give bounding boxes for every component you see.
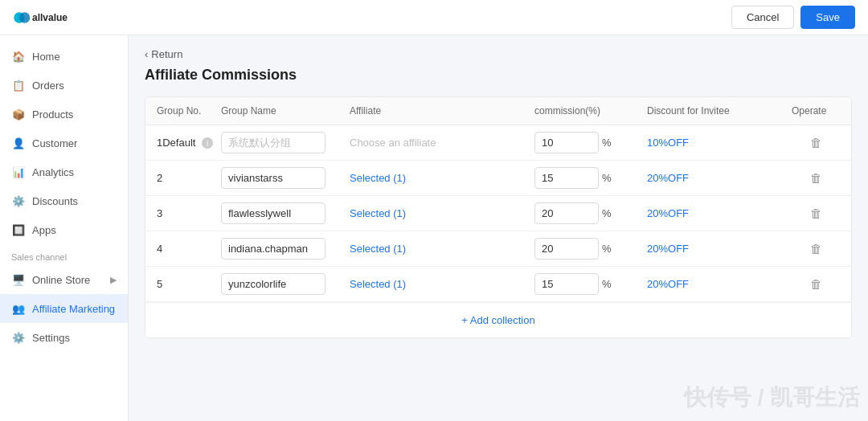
products-icon: 📦 xyxy=(11,107,26,121)
delete-button-2[interactable]: 🗑 xyxy=(792,171,840,185)
group-no-5: 5 xyxy=(157,278,221,290)
commission-cell-2: % xyxy=(534,167,647,189)
group-name-cell-4 xyxy=(221,238,350,260)
col-discount: Discount for Invitee xyxy=(647,105,792,116)
sidebar-item-affiliate-label: Affiliate Marketing xyxy=(32,303,115,315)
info-icon-1[interactable]: i xyxy=(202,137,213,149)
group-name-input-4[interactable] xyxy=(221,238,326,260)
layout: 🏠 Home 📋 Orders 📦 Products 👤 Customer 📊 … xyxy=(0,35,868,421)
sidebar-item-orders-label: Orders xyxy=(32,80,64,92)
add-collection-label: + Add collection xyxy=(461,314,534,326)
sidebar-item-orders[interactable]: 📋 Orders xyxy=(0,71,128,100)
add-collection-button[interactable]: + Add collection xyxy=(145,302,851,337)
table-row: 3 Selected (1) % 20%OFF 🗑 xyxy=(145,196,851,231)
delete-button-1[interactable]: 🗑 xyxy=(792,136,840,149)
group-name-cell-5 xyxy=(221,273,350,295)
commission-cell-4: % xyxy=(534,238,647,260)
commission-cell-1: % xyxy=(534,132,647,153)
home-icon: 🏠 xyxy=(11,49,26,63)
sidebar-item-products[interactable]: 📦 Products xyxy=(0,100,128,129)
sidebar-item-products-label: Products xyxy=(32,108,73,121)
sidebar-item-discounts[interactable]: ⚙️ Discounts xyxy=(0,186,128,215)
sidebar-item-home-label: Home xyxy=(32,51,60,63)
sidebar-item-customer-label: Customer xyxy=(32,137,77,149)
table-row: 4 Selected (1) % 20%OFF 🗑 xyxy=(145,231,851,267)
logo: allvalue xyxy=(13,6,77,29)
settings-icon: ⚙️ xyxy=(11,330,26,345)
group-name-input-1[interactable] xyxy=(221,132,326,153)
table-row: 1Default i Choose an affiliate % 10%OFF … xyxy=(145,125,851,161)
affiliate-cell-5: Selected (1) xyxy=(350,278,534,290)
col-group-no: Group No. xyxy=(157,105,221,116)
group-name-cell-1 xyxy=(221,132,350,153)
percent-label-2: % xyxy=(602,172,612,184)
sidebar-item-analytics[interactable]: 📊 Analytics xyxy=(0,157,128,186)
discounts-icon: ⚙️ xyxy=(11,194,26,208)
col-affiliate: Affiliate xyxy=(350,105,534,116)
sidebar-item-apps[interactable]: 🔲 Apps xyxy=(0,215,128,244)
col-commission: commission(%) xyxy=(534,105,647,116)
affiliate-link-3[interactable]: Selected (1) xyxy=(350,207,406,219)
sidebar-item-home[interactable]: 🏠 Home xyxy=(0,42,128,71)
commission-input-5[interactable] xyxy=(534,273,599,295)
percent-label-1: % xyxy=(602,137,612,149)
sidebar-item-settings[interactable]: ⚙️ Settings xyxy=(0,323,128,352)
online-store-expand-icon: ▶ xyxy=(110,275,117,285)
svg-point-1 xyxy=(19,12,30,22)
sidebar: 🏠 Home 📋 Orders 📦 Products 👤 Customer 📊 … xyxy=(0,35,129,421)
table-row: 5 Selected (1) % 20%OFF 🗑 xyxy=(145,267,851,302)
commission-input-2[interactable] xyxy=(534,167,599,189)
table-header: Group No. Group Name Affiliate commissio… xyxy=(145,97,851,125)
commission-input-4[interactable] xyxy=(534,238,599,260)
delete-button-5[interactable]: 🗑 xyxy=(792,277,840,291)
sidebar-item-affiliate-marketing[interactable]: 👥 Affiliate Marketing xyxy=(0,294,128,323)
watermark: 快传号 / 凯哥生活 xyxy=(684,382,860,413)
discount-cell-5: 20%OFF xyxy=(647,278,792,290)
percent-label-5: % xyxy=(602,278,612,290)
group-no-3: 3 xyxy=(157,207,221,219)
top-bar: allvalue Cancel Save xyxy=(0,0,868,35)
sidebar-item-apps-label: Apps xyxy=(32,224,56,236)
affiliate-link-4[interactable]: Selected (1) xyxy=(350,243,406,255)
return-link[interactable]: ‹ Return xyxy=(145,48,852,60)
save-button[interactable]: Save xyxy=(800,6,855,29)
commission-input-3[interactable] xyxy=(534,202,599,224)
percent-label-3: % xyxy=(602,207,612,219)
sidebar-item-online-store-label: Online Store xyxy=(32,274,90,286)
sidebar-item-discounts-label: Discounts xyxy=(32,195,78,207)
online-store-icon: 🖥️ xyxy=(11,272,26,287)
discount-cell-4: 20%OFF xyxy=(647,243,792,255)
affiliate-link-2[interactable]: Selected (1) xyxy=(350,172,406,184)
cancel-button[interactable]: Cancel xyxy=(731,6,794,29)
group-name-input-5[interactable] xyxy=(221,273,326,295)
commission-input-1[interactable] xyxy=(534,132,599,153)
delete-button-4[interactable]: 🗑 xyxy=(792,242,840,255)
group-no-4: 4 xyxy=(157,243,221,255)
analytics-icon: 📊 xyxy=(11,165,26,179)
customer-icon: 👤 xyxy=(11,136,26,150)
affiliate-cell-4: Selected (1) xyxy=(350,243,534,255)
commission-cell-3: % xyxy=(534,202,647,224)
group-no-2: 2 xyxy=(157,172,221,184)
svg-text:allvalue: allvalue xyxy=(32,12,68,23)
affiliate-link-5[interactable]: Selected (1) xyxy=(350,278,406,290)
sidebar-item-analytics-label: Analytics xyxy=(32,166,74,178)
col-operate: Operate xyxy=(792,105,840,116)
group-name-cell-3 xyxy=(221,202,350,224)
apps-icon: 🔲 xyxy=(11,223,26,237)
group-name-input-3[interactable] xyxy=(221,202,326,224)
group-name-input-2[interactable] xyxy=(221,167,326,189)
sidebar-item-customer[interactable]: 👤 Customer xyxy=(0,129,128,157)
group-no-1: 1Default i xyxy=(157,137,221,149)
discount-cell-1: 10%OFF xyxy=(647,137,792,149)
chevron-left-icon: ‹ xyxy=(145,48,148,60)
sales-channel-section-label: Sales channel xyxy=(0,244,128,265)
return-label: Return xyxy=(151,48,182,60)
col-group-name: Group Name xyxy=(221,105,350,116)
discount-cell-2: 20%OFF xyxy=(647,172,792,184)
page-title: Affiliate Commissions xyxy=(145,67,852,84)
top-bar-actions: Cancel Save xyxy=(731,6,855,29)
sidebar-item-online-store[interactable]: 🖥️ Online Store ▶ xyxy=(0,265,128,294)
commission-cell-5: % xyxy=(534,273,647,295)
delete-button-3[interactable]: 🗑 xyxy=(792,206,840,220)
